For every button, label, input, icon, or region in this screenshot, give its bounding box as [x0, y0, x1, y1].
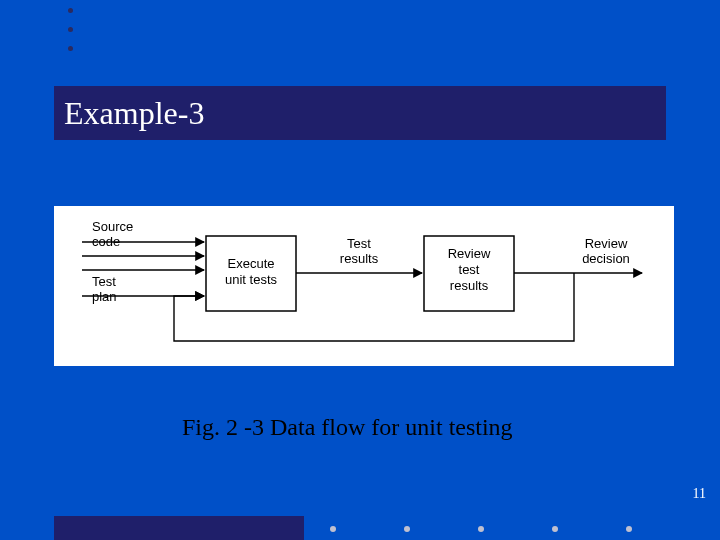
- box2-line1: Review: [448, 246, 491, 261]
- box1-line2: unit tests: [225, 272, 278, 287]
- label-test-plan-1: Test: [92, 274, 116, 289]
- box1-line1: Execute: [228, 256, 275, 271]
- dot-icon: [478, 526, 484, 532]
- dot-icon: [68, 8, 73, 13]
- label-review-decision-1: Review: [585, 236, 628, 251]
- dot-icon: [68, 46, 73, 51]
- page-number: 11: [693, 486, 706, 502]
- dot-icon: [552, 526, 558, 532]
- title-bar: Example-3: [54, 86, 666, 140]
- slide-title: Example-3: [64, 95, 204, 132]
- dot-icon: [330, 526, 336, 532]
- figure-caption: Fig. 2 -3 Data flow for unit testing: [182, 414, 513, 441]
- label-review-decision-2: decision: [582, 251, 630, 266]
- label-source-code-1: Source: [92, 219, 133, 234]
- dot-icon: [68, 27, 73, 32]
- box2-line2: test: [459, 262, 480, 277]
- label-test-results-2: results: [340, 251, 379, 266]
- box2-line3: results: [450, 278, 489, 293]
- label-test-results-1: Test: [347, 236, 371, 251]
- footer-bar: [54, 516, 304, 540]
- diagram-data-flow: Source code Test plan Execute unit tests…: [54, 206, 674, 366]
- dot-icon: [626, 526, 632, 532]
- flow-svg: Source code Test plan Execute unit tests…: [54, 206, 674, 366]
- decorative-top-dots: [68, 8, 73, 51]
- dot-icon: [404, 526, 410, 532]
- decorative-bottom-dots: [330, 526, 632, 532]
